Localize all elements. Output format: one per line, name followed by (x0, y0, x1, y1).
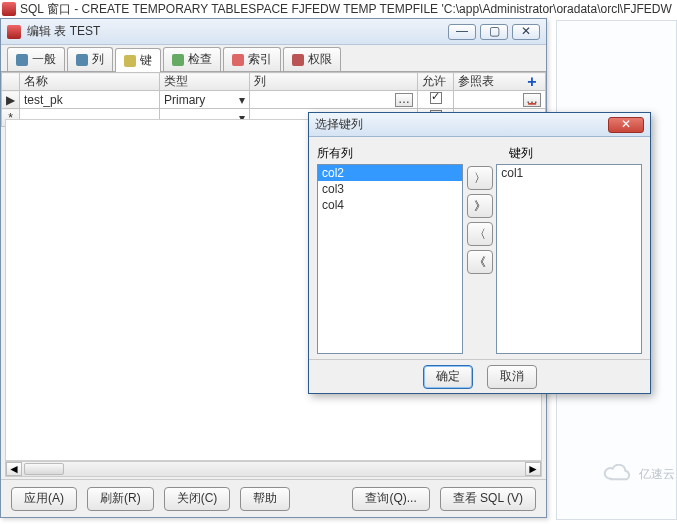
dialog-title: 选择键列 (315, 116, 608, 133)
checks-icon (172, 54, 184, 66)
row-header-blank (2, 73, 20, 91)
move-all-right-button[interactable]: 》 (467, 194, 493, 218)
close-button-footer[interactable]: 关闭(C) (164, 487, 231, 511)
key-columns-label: 键列 (509, 145, 533, 162)
col-name[interactable]: 名称 (20, 73, 160, 91)
columns-icon (76, 54, 88, 66)
list-item[interactable]: col2 (318, 165, 462, 181)
add-row-button[interactable]: + (524, 75, 540, 91)
tab-indexes[interactable]: 索引 (223, 47, 281, 71)
select-key-columns-dialog: 选择键列 ✕ 所有列 键列 col2 col3 col4 〉 》 〈 《 col… (308, 112, 651, 394)
tab-columns[interactable]: 列 (67, 47, 113, 71)
close-button[interactable]: ✕ (512, 24, 540, 40)
move-left-button[interactable]: 〈 (467, 222, 493, 246)
dialog-titlebar[interactable]: 选择键列 ✕ (309, 113, 650, 137)
cloud-icon (601, 464, 635, 484)
view-sql-button[interactable]: 查看 SQL (V) (440, 487, 536, 511)
col-cols[interactable]: 列 (250, 73, 418, 91)
watermark: 亿速云 (601, 464, 675, 484)
chevron-down-icon[interactable]: ▾ (239, 93, 245, 107)
help-button[interactable]: 帮助 (240, 487, 290, 511)
window-titlebar[interactable]: 编辑 表 TEST — ▢ ✕ (1, 19, 546, 45)
ok-button[interactable]: 确定 (423, 365, 473, 389)
scroll-thumb[interactable] (24, 463, 64, 475)
tabbar: 一般 列 键 检查 索引 权限 (1, 45, 546, 71)
tab-general[interactable]: 一般 (7, 47, 65, 71)
query-button[interactable]: 查询(Q)... (352, 487, 429, 511)
general-icon (16, 54, 28, 66)
scroll-right-button[interactable]: ► (525, 462, 541, 476)
minimize-button[interactable]: — (448, 24, 476, 40)
scroll-left-button[interactable]: ◄ (6, 462, 22, 476)
sql-icon (2, 2, 16, 16)
col-allow[interactable]: 允许 (418, 73, 454, 91)
key-columns-list[interactable]: col1 (496, 164, 642, 354)
window-title: 编辑 表 TEST (27, 23, 448, 40)
list-item[interactable]: col1 (497, 165, 641, 181)
footer-bar: 应用(A) 刷新(R) 关闭(C) 帮助 查询(Q)... 查看 SQL (V) (1, 479, 546, 517)
checkbox-checked-icon[interactable] (430, 92, 442, 104)
tab-privs[interactable]: 权限 (283, 47, 341, 71)
col-type[interactable]: 类型 (160, 73, 250, 91)
indexes-icon (232, 54, 244, 66)
cell-allow[interactable] (418, 91, 454, 109)
maximize-button[interactable]: ▢ (480, 24, 508, 40)
refresh-button[interactable]: 刷新(R) (87, 487, 154, 511)
dialog-close-button[interactable]: ✕ (608, 117, 644, 133)
list-item[interactable]: col3 (318, 181, 462, 197)
back-window-title: SQL 窗口 - CREATE TEMPORARY TABLESPACE FJF… (2, 0, 677, 18)
horizontal-scrollbar[interactable]: ◄ ► (5, 461, 542, 477)
apply-button[interactable]: 应用(A) (11, 487, 77, 511)
delete-row-button[interactable]: − (524, 97, 540, 113)
list-item[interactable]: col4 (318, 197, 462, 213)
tab-keys[interactable]: 键 (115, 48, 161, 72)
cell-cols[interactable]: … (250, 91, 418, 109)
move-all-left-button[interactable]: 《 (467, 250, 493, 274)
all-columns-list[interactable]: col2 col3 col4 (317, 164, 463, 354)
privs-icon (292, 54, 304, 66)
row-marker: ▶ (2, 91, 20, 109)
ellipsis-button[interactable]: … (395, 93, 413, 107)
all-columns-label: 所有列 (317, 145, 475, 162)
cell-name[interactable]: test_pk (20, 91, 160, 109)
cell-type[interactable]: Primary▾ (160, 91, 250, 109)
back-window-title-text: SQL 窗口 - CREATE TEMPORARY TABLESPACE FJF… (20, 1, 672, 18)
table-row[interactable]: ▶ test_pk Primary▾ … … (2, 91, 546, 109)
move-right-button[interactable]: 〉 (467, 166, 493, 190)
table-icon (7, 25, 21, 39)
cancel-button[interactable]: 取消 (487, 365, 537, 389)
tab-checks[interactable]: 检查 (163, 47, 221, 71)
keys-icon (124, 55, 136, 67)
